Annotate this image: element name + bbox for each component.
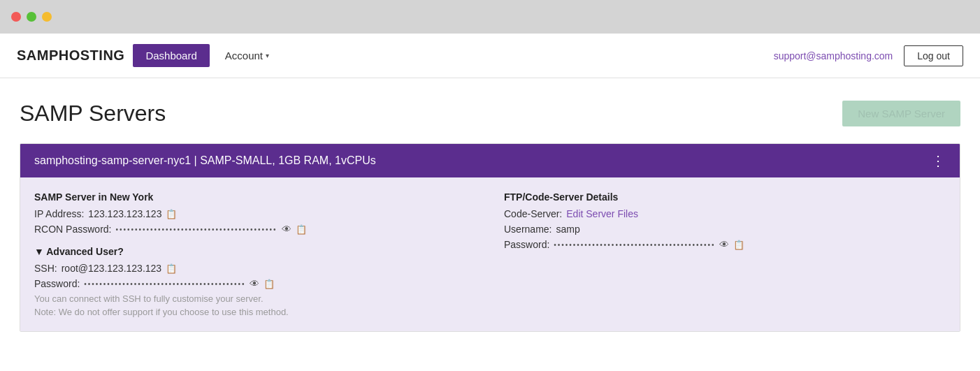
server-left-panel: SAMP Server in New York IP Address: 123.… <box>34 191 490 317</box>
code-server-row: Code-Server: Edit Server Files <box>504 208 946 219</box>
page-title: SAMP Servers <box>20 101 166 126</box>
server-card: samphosting-samp-server-nyc1 | SAMP-SMAL… <box>20 143 960 332</box>
left-section-title: SAMP Server in New York <box>34 191 462 203</box>
ftp-password-dots: ••••••••••••••••••••••••••••••••••••••••… <box>554 241 715 249</box>
ssh-password-label: Password: <box>34 278 80 289</box>
server-card-title: samphosting-samp-server-nyc1 | SAMP-SMAL… <box>34 154 376 167</box>
maximize-dot[interactable] <box>42 12 52 22</box>
ssh-value: root@123.123.123.123 <box>62 263 161 274</box>
note2: Note: We do not offer support if you cho… <box>34 307 462 317</box>
ssh-copy-icon[interactable]: 📋 <box>166 263 177 274</box>
nav-dashboard[interactable]: Dashboard <box>133 44 209 67</box>
logout-button[interactable]: Log out <box>904 45 963 66</box>
edit-server-files-link[interactable]: Edit Server Files <box>566 208 638 219</box>
username-label: Username: <box>504 224 552 235</box>
server-card-header: samphosting-samp-server-nyc1 | SAMP-SMAL… <box>20 144 960 177</box>
page-content: SAMP Servers New SAMP Server samphosting… <box>0 78 980 354</box>
username-value: samp <box>556 224 579 235</box>
ftp-password-label: Password: <box>504 239 549 250</box>
navbar: SAMPHOSTING Dashboard Account ▾ support@… <box>0 34 980 78</box>
server-right-panel: FTP/Code-Server Details Code-Server: Edi… <box>490 191 946 317</box>
ip-label: IP Address: <box>34 208 84 219</box>
ip-value: 123.123.123.123 <box>88 208 161 219</box>
ssh-password-dots: ••••••••••••••••••••••••••••••••••••••••… <box>84 280 245 288</box>
rcon-copy-icon[interactable]: 📋 <box>296 224 307 235</box>
chevron-down-icon: ▾ <box>266 52 269 59</box>
ftp-show-icon[interactable]: 👁 <box>719 239 729 250</box>
main-window: SAMPHOSTING Dashboard Account ▾ support@… <box>0 34 980 371</box>
rcon-label: RCON Password: <box>34 224 111 235</box>
advanced-user-section: ▼ Advanced User? SSH: root@123.123.123.1… <box>34 246 462 317</box>
support-email-link[interactable]: support@samphosting.com <box>774 50 893 61</box>
brand-logo: SAMPHOSTING <box>17 48 124 64</box>
server-card-body: SAMP Server in New York IP Address: 123.… <box>20 177 960 331</box>
new-samp-server-button[interactable]: New SAMP Server <box>842 101 960 126</box>
ssh-row: SSH: root@123.123.123.123 📋 <box>34 263 462 274</box>
nav-account[interactable]: Account ▾ <box>212 44 282 67</box>
ssh-password-row: Password: ••••••••••••••••••••••••••••••… <box>34 278 462 289</box>
ssh-copy-icon2[interactable]: 📋 <box>264 279 275 289</box>
right-section-title: FTP/Code-Server Details <box>504 191 946 203</box>
rcon-show-icon[interactable]: 👁 <box>282 224 291 235</box>
ssh-show-icon[interactable]: 👁 <box>250 278 259 289</box>
nav-right: support@samphosting.com Log out <box>774 45 963 66</box>
rcon-row: RCON Password: •••••••••••••••••••••••••… <box>34 224 462 235</box>
advanced-toggle[interactable]: ▼ Advanced User? <box>34 246 462 257</box>
nav-items: Dashboard Account ▾ <box>133 44 773 67</box>
ssh-label: SSH: <box>34 263 57 274</box>
server-menu-icon[interactable]: ⋮ <box>931 154 946 168</box>
titlebar <box>0 0 980 34</box>
code-server-label: Code-Server: <box>504 208 562 219</box>
ftp-copy-icon[interactable]: 📋 <box>733 240 744 250</box>
minimize-dot[interactable] <box>27 12 36 22</box>
note1: You can connect with SSH to fully custom… <box>34 293 462 304</box>
close-dot[interactable] <box>11 12 21 22</box>
rcon-dots: ••••••••••••••••••••••••••••••••••••••••… <box>115 226 277 233</box>
ip-row: IP Address: 123.123.123.123 📋 <box>34 208 462 219</box>
username-row: Username: samp <box>504 224 946 235</box>
page-header: SAMP Servers New SAMP Server <box>20 101 960 126</box>
ftp-password-row: Password: ••••••••••••••••••••••••••••••… <box>504 239 946 250</box>
ip-copy-icon[interactable]: 📋 <box>166 209 177 219</box>
